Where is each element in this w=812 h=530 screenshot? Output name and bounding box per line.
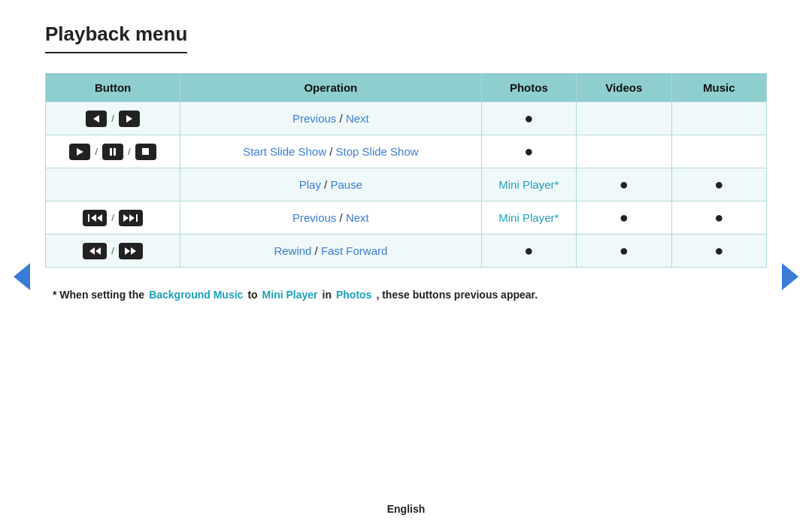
play-icon (77, 148, 83, 156)
play-link: Play (299, 178, 321, 191)
photos-cell-3: Mini Player* (481, 168, 576, 201)
fastforward-icon (125, 247, 136, 255)
table-row: / Previous / Next (46, 201, 767, 235)
table-row: / / Start Slide Show / (46, 135, 767, 168)
pause-icon (110, 148, 116, 156)
operation-cell-3: Play / Pause (180, 168, 481, 201)
videos-cell-3: ● (577, 168, 671, 201)
videos-cell-4: ● (577, 201, 671, 235)
music-cell-5: ● (671, 235, 767, 268)
music-cell-1 (671, 102, 767, 135)
music-cell-3: ● (671, 168, 767, 201)
mini-player-link: Mini Player (262, 289, 318, 301)
col-header-videos: Videos (577, 74, 671, 102)
footer-language: English (0, 503, 812, 515)
page-title: Playback menu (45, 23, 187, 53)
previous-link-2: Previous (292, 211, 336, 224)
right-arrow-btn (119, 111, 140, 127)
fastforward-btn (119, 243, 143, 259)
stop-icon (142, 148, 149, 155)
play-btn (69, 144, 90, 160)
prev-page-arrow[interactable] (14, 263, 30, 290)
button-cell-4: / (46, 201, 180, 235)
next-page-arrow[interactable] (782, 263, 798, 290)
stop-btn (135, 144, 156, 160)
playback-table: Button Operation Photos Videos Music / (45, 73, 767, 268)
col-header-button: Button (46, 74, 180, 102)
rewind-btn (83, 243, 107, 259)
photos-cell-4: Mini Player* (481, 201, 576, 235)
start-slideshow-link: Start Slide Show (243, 145, 326, 158)
rewind-icon (89, 247, 101, 255)
skip-prev-btn (83, 210, 107, 226)
operation-cell-2: Start Slide Show / Stop Slide Show (180, 135, 481, 168)
table-row: / Rewind / Fast Forward ● (46, 235, 767, 268)
mini-player-label-1: Mini Player* (498, 178, 559, 191)
col-header-music: Music (671, 74, 767, 102)
operation-cell-5: Rewind / Fast Forward (180, 235, 481, 268)
button-cell-3 (46, 168, 180, 201)
footnote: * When setting the Background Music to M… (45, 289, 767, 301)
table-row: Play / Pause Mini Player* ● ● (46, 168, 767, 201)
col-header-photos: Photos (481, 74, 576, 102)
photos-link: Photos (336, 289, 371, 301)
table-row: / Previous / Next ● (46, 102, 767, 135)
rewind-link: Rewind (274, 244, 311, 257)
next-link-1: Next (346, 112, 369, 125)
skip-next-icon (123, 214, 138, 222)
button-cell-1: / (46, 102, 180, 135)
left-arrow-btn (86, 111, 107, 127)
photos-cell-5: ● (481, 235, 576, 268)
mini-player-label-2: Mini Player* (498, 211, 559, 224)
music-cell-4: ● (671, 201, 767, 235)
next-link-2: Next (346, 211, 369, 224)
videos-cell-5: ● (577, 235, 671, 268)
photos-cell-1: ● (481, 102, 576, 135)
videos-cell-2 (577, 135, 671, 168)
videos-cell-1 (577, 102, 671, 135)
operation-cell-4: Previous / Next (180, 201, 481, 235)
button-cell-2: / / (46, 135, 180, 168)
music-cell-2 (671, 135, 767, 168)
fastforward-link: Fast Forward (321, 244, 387, 257)
photos-cell-2: ● (481, 135, 576, 168)
pause-btn (102, 144, 123, 160)
pause-link: Pause (330, 178, 362, 191)
skip-next-btn (119, 210, 143, 226)
previous-link-1: Previous (292, 112, 336, 125)
button-cell-5: / (46, 235, 180, 268)
operation-cell-1: Previous / Next (180, 102, 481, 135)
stop-slideshow-link: Stop Slide Show (336, 145, 419, 158)
skip-prev-icon (88, 214, 102, 222)
background-music-link: Background Music (149, 289, 243, 301)
left-arrow-icon (93, 115, 99, 123)
right-arrow-icon (126, 115, 132, 123)
col-header-operation: Operation (180, 74, 481, 102)
